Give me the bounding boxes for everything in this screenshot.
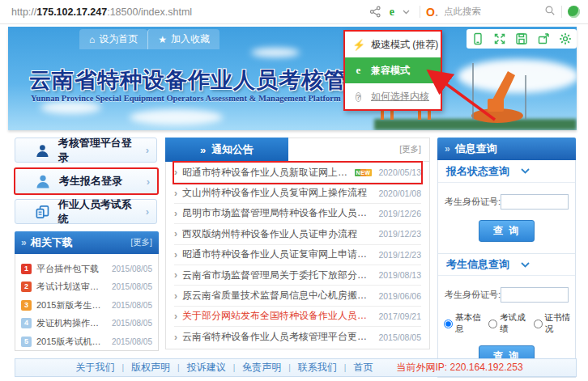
gear-icon[interactable] [559,32,572,45]
section-candidate-info[interactable]: 考生信息查询 [438,253,575,276]
tab-notices[interactable]: » 通知公告 [165,138,288,162]
footer-link-home[interactable]: 首页 [353,361,373,375]
section-registration-status[interactable]: 报名状态查询 [438,160,575,183]
compat-mode-label: 兼容模式 [371,64,410,78]
notice-link[interactable]: 云南省特种设备作业人员考核管理平台更新至20... [182,330,372,344]
mobile-qr-icon[interactable] [471,32,484,45]
notice-row[interactable]: 文山州特种设备作业人员复审网上操作流程2020/01/08 [174,183,421,203]
notice-row[interactable]: 关于部分网站发布全国特种设备作业人员不实信息...2017/09/21 [174,307,421,327]
browser-mode-button[interactable]: e [390,6,394,19]
notice-date: 2019/12/26 [372,209,421,218]
notice-date: 2019/12/23 [372,229,421,239]
footer-link-about[interactable]: 关于我们 [75,361,114,375]
set-homepage-link[interactable]: ⌂设为首页 [79,29,147,49]
notice-link[interactable]: 关于部分网站发布全国特种设备作业人员不实信息... [182,309,372,323]
add-favorite-link[interactable]: ★加入收藏 [147,29,219,49]
sidebar-item-candidate-login[interactable]: 考生报名登录 › [14,167,159,195]
download-item[interactable]: 52015版考试机构操...2015/08/05 [21,332,152,351]
download-item[interactable]: 32015新版考生操作...2015/08/05 [21,296,152,315]
help-icon: ? [356,92,362,102]
browser-logo-icon[interactable] [568,6,580,18]
browser-mode-dropdown: ⚡ 极速模式 (推荐) e 兼容模式 ? 如何选择内核 [343,30,442,111]
radio-input[interactable] [444,320,453,328]
chevron-right-icon: › [147,176,157,188]
id-number-label: 考生身份证号: [445,196,501,208]
share-icon[interactable] [369,6,381,18]
footer-link-disclaimer[interactable]: 免责声明 [242,361,281,375]
notice-link[interactable]: 昆明市市场监督管理局特种设备作业人员复审流程... [182,206,372,220]
download-link[interactable]: 平台插件包下载 [36,263,107,275]
footer-link-contact[interactable]: 联系我们 [298,361,337,375]
divider [561,6,562,18]
double-arrow-icon: » [21,237,27,248]
documents-icon [35,204,50,220]
radio-label: 基本信息 [455,312,481,335]
id-number-input[interactable] [501,194,569,210]
notice-row[interactable]: 昭通市特种设备作业人员新取证网上报名流程NEW2020/05/13 [174,163,421,183]
notice-date: 2020/05/13 [372,167,421,177]
download-link[interactable]: 发证机构操作手册 [36,317,107,329]
double-arrow-icon: » [200,144,206,156]
site-header-banner: ⌂设为首页 ★加入收藏 云南省特种设备作业人员考核管理平台 Yunnan Pro… [8,27,577,130]
download-link[interactable]: 2015新版考生操作... [36,299,107,311]
download-item[interactable]: 1平台插件包下载2015/08/05 [21,260,152,278]
id-number-input[interactable] [501,287,569,303]
download-item[interactable]: 4发证机构操作手册2015/08/05 [21,315,152,333]
new-badge: NEW [355,169,373,176]
notice-row[interactable]: 原云南省质量技术监督局信息中心机房搬迁公告2019/06/06 [174,286,421,306]
download-link[interactable]: 2015版考试机构操... [36,336,107,348]
sidebar-item-admin-login[interactable]: 考核管理平台登录 › [15,138,157,163]
share-export-icon[interactable] [537,32,550,45]
notice-row[interactable]: 昆明市市场监督管理局特种设备作业人员复审流程...2019/12/26 [174,204,421,224]
menu-item-compat-mode[interactable]: e 兼容模式 [345,57,441,83]
menu-item-kernel-help[interactable]: ? 如何选择内核 [345,83,441,109]
rank-badge: 1 [21,264,32,274]
radio-input[interactable] [534,320,543,328]
radio-exam-score[interactable]: 考试成绩 [488,312,526,335]
cloud-decoration [40,101,101,114]
id-number-label: 考生身份证号: [445,289,501,301]
notice-date: 2019/12/23 [372,250,421,260]
cloud-decoration [251,48,300,57]
divider [420,6,420,18]
radio-input[interactable] [488,320,497,328]
notice-link[interactable]: 云南省市场监督管理局关于委托下放部分行政许可... [182,269,372,282]
download-date: 2015/08/05 [112,319,152,328]
save-icon[interactable] [515,32,528,45]
chevron-right-icon: › [146,205,156,218]
rank-badge: 4 [21,318,32,328]
download-link[interactable]: 考试计划送审、审核 ... [36,281,107,293]
radio-certificate[interactable]: 证书情况 [534,312,571,335]
browser-search-input[interactable]: O 。 点此搜索 [426,5,556,19]
footer-link-copyright[interactable]: 版权声明 [131,361,170,375]
chevron-down-icon[interactable] [403,10,410,15]
fullscreen-icon[interactable] [493,32,506,45]
notices-more-link[interactable]: [更多] [399,144,429,155]
radio-basic-info[interactable]: 基本信息 [444,312,481,335]
download-item[interactable]: 2考试计划送审、审核 ...2015/08/05 [21,278,152,297]
notice-link[interactable]: 昭通市特种设备作业人员新取证网上报名流程 [182,166,352,180]
notice-link[interactable]: 原云南省质量技术监督局信息中心机房搬迁公告 [182,289,372,303]
section-title: 考生信息查询 [446,257,509,272]
url-text[interactable]: http://175.102.17.247:18500/index.shtml [11,6,192,18]
notice-row[interactable]: 西双版纳州特种设备作业人员证申办流程2019/12/23 [174,224,421,244]
menu-item-speed-mode[interactable]: ⚡ 极速模式 (推荐) [345,32,441,57]
notice-link[interactable]: 文山州特种设备作业人员复审网上操作流程 [182,186,367,200]
notice-row[interactable]: 云南省特种设备作业人员考核管理平台更新至20...2015/08/05 [174,327,421,347]
footer-link-complaint[interactable]: 投诉建议 [187,361,226,375]
query-type-radios: 基本信息 考试成绩 证书情况 [444,312,571,335]
chevron-down-icon [521,168,530,174]
browser-address-bar[interactable]: http://175.102.17.247:18500/index.shtml … [0,0,588,24]
notice-link[interactable]: 昭通市特种设备作业人员证复审网上申请流程及相... [182,248,372,261]
sidebar-item-exam-system[interactable]: 作业人员考试系统 › [15,199,157,224]
radio-label: 考试成绩 [500,312,526,335]
notice-row[interactable]: 云南省市场监督管理局关于委托下放部分行政许可...2019/08/13 [174,265,421,286]
notice-row[interactable]: 昭通市特种设备作业人员证复审网上申请流程及相...2019/12/23 [174,245,421,265]
sidebar-item-label: 考核管理平台登录 [58,136,138,165]
downloads-more-link[interactable]: [更多] [130,237,152,248]
search-icon[interactable] [544,5,556,19]
url-host: 175.102.17.247 [36,6,107,18]
notice-link[interactable]: 西双版纳州特种设备作业人员证申办流程 [182,227,357,241]
downloads-header: » 相关下载 [更多] [15,231,159,254]
query-button[interactable]: 查 询 [479,220,535,242]
